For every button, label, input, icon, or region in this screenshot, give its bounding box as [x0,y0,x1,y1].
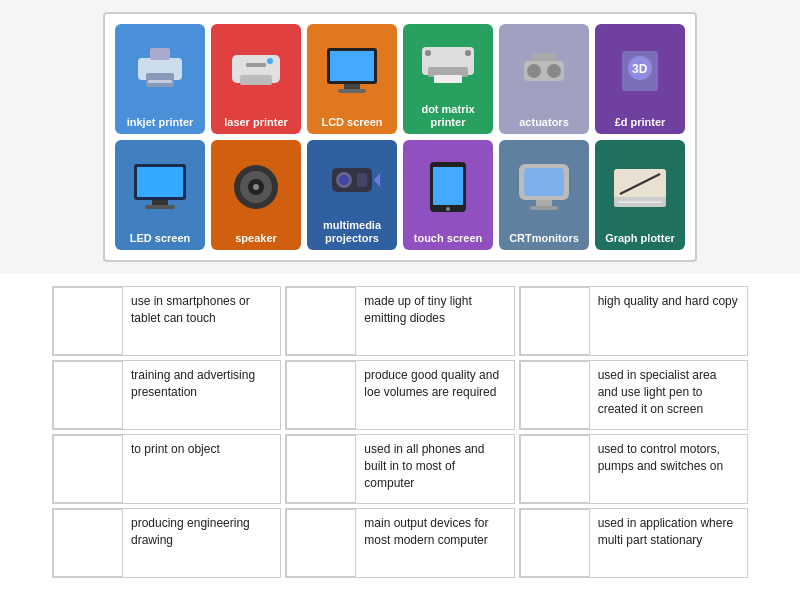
icon-touch-screen[interactable]: touch screen [403,140,493,250]
match-box[interactable] [53,287,123,355]
svg-point-15 [425,50,431,56]
match-row: used in application where multi part sta… [519,508,748,578]
icon-label-actuators: actuators [501,114,587,129]
icon-graph-plotter[interactable]: Graph plotter [595,140,685,250]
match-col-3: high quality and hard copyused in specia… [517,284,750,580]
match-box[interactable] [53,435,123,503]
icon-dot-matrix-printer[interactable]: dot matrix printer [403,24,493,134]
match-row: high quality and hard copy [519,286,748,356]
bottom-section: use in smartphones or tablet can touchtr… [0,274,800,590]
icon-led-screen[interactable]: LED screen [115,140,205,250]
svg-rect-2 [150,48,170,60]
match-box[interactable] [286,509,356,577]
icon-crt-monitors[interactable]: CRTmonitors [499,140,589,250]
svg-point-31 [253,184,259,190]
match-box[interactable] [286,435,356,503]
match-text: main output devices for most modern comp… [356,509,513,577]
icon-label-multimedia-projectors: multimedia projectors [309,217,395,245]
svg-rect-46 [618,201,662,203]
icon-grid: inkjet printerlaser printerLCD screendot… [103,12,697,262]
match-row: used in specialist area and use light pe… [519,360,748,430]
icon-image-e-printer: 3D [597,28,683,114]
svg-rect-41 [524,168,564,196]
svg-rect-27 [145,205,175,209]
svg-rect-3 [148,80,172,83]
match-text: use in smartphones or tablet can touch [123,287,280,355]
svg-rect-26 [152,200,168,205]
icon-label-crt-monitors: CRTmonitors [501,230,587,245]
svg-point-16 [465,50,471,56]
svg-rect-9 [330,51,374,81]
match-box[interactable] [286,361,356,429]
svg-point-19 [547,64,561,78]
icon-e-printer[interactable]: 3D£d printer [595,24,685,134]
match-text: used in application where multi part sta… [590,509,747,577]
svg-marker-36 [374,173,380,187]
icon-label-dot-matrix-printer: dot matrix printer [405,101,491,129]
icon-actuators[interactable]: actuators [499,24,589,134]
match-row: to print on object [52,434,281,504]
svg-rect-35 [357,173,367,187]
icon-label-touch-screen: touch screen [405,230,491,245]
top-section: inkjet printerlaser printerLCD screendot… [0,0,800,274]
svg-rect-20 [532,53,556,61]
svg-point-34 [339,175,349,185]
svg-rect-6 [246,63,266,67]
icon-lcd-screen[interactable]: LCD screen [307,24,397,134]
icon-image-touch-screen [405,144,491,230]
match-text: made up of tiny light emitting diodes [356,287,513,355]
icon-image-speaker [213,144,299,230]
icon-label-e-printer: £d printer [597,114,683,129]
match-row: used to control motors, pumps and switch… [519,434,748,504]
svg-text:3D: 3D [632,62,648,76]
icon-label-lcd-screen: LCD screen [309,114,395,129]
svg-point-39 [446,207,450,211]
icon-label-laser-printer: laser printer [213,114,299,129]
match-row: made up of tiny light emitting diodes [285,286,514,356]
icon-image-lcd-screen [309,28,395,114]
match-box[interactable] [53,509,123,577]
match-text: used in all phones and built in to most … [356,435,513,503]
svg-rect-38 [433,167,463,205]
svg-rect-11 [338,89,366,93]
svg-rect-14 [434,75,462,83]
icon-image-dot-matrix-printer [405,28,491,101]
match-text: producing engineering drawing [123,509,280,577]
match-box[interactable] [53,361,123,429]
svg-point-7 [267,58,273,64]
svg-point-18 [527,64,541,78]
icon-laser-printer[interactable]: laser printer [211,24,301,134]
svg-rect-10 [344,84,360,89]
icon-image-actuators [501,28,587,114]
svg-rect-42 [536,200,552,206]
match-box[interactable] [520,509,590,577]
icon-speaker[interactable]: speaker [211,140,301,250]
match-text: produce good quality and loe volumes are… [356,361,513,429]
match-text: to print on object [123,435,280,503]
icon-image-laser-printer [213,28,299,114]
svg-rect-5 [240,75,272,85]
match-box[interactable] [520,361,590,429]
icon-image-led-screen [117,144,203,230]
match-row: produce good quality and loe volumes are… [285,360,514,430]
match-row: training and advertising presentation [52,360,281,430]
icon-image-multimedia-projectors [309,144,395,217]
match-col-2: made up of tiny light emitting diodespro… [283,284,516,580]
match-box[interactable] [286,287,356,355]
icon-label-inkjet-printer: inkjet printer [117,114,203,129]
match-text: training and advertising presentation [123,361,280,429]
icon-image-inkjet-printer [117,28,203,114]
icon-inkjet-printer[interactable]: inkjet printer [115,24,205,134]
match-row: use in smartphones or tablet can touch [52,286,281,356]
match-box[interactable] [520,287,590,355]
match-row: producing engineering drawing [52,508,281,578]
svg-rect-25 [137,167,183,197]
match-box[interactable] [520,435,590,503]
icon-image-graph-plotter [597,144,683,230]
match-text: used to control motors, pumps and switch… [590,435,747,503]
match-col-1: use in smartphones or tablet can touchtr… [50,284,283,580]
icon-label-speaker: speaker [213,230,299,245]
icon-image-crt-monitors [501,144,587,230]
match-row: main output devices for most modern comp… [285,508,514,578]
icon-multimedia-projectors[interactable]: multimedia projectors [307,140,397,250]
